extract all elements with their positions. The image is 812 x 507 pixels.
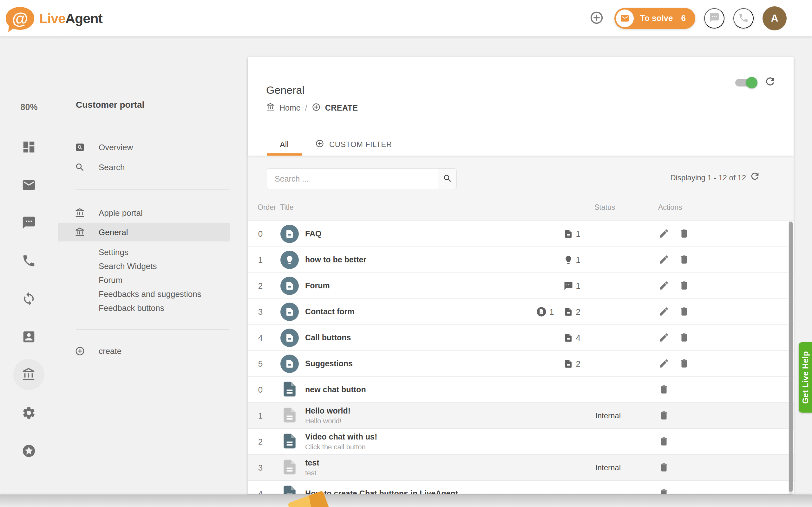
- row-order: 1: [251, 247, 270, 273]
- chats-button[interactable]: [704, 8, 724, 29]
- edit-button[interactable]: [658, 254, 670, 266]
- row-badges: 4: [564, 325, 580, 350]
- delete-button[interactable]: [658, 436, 670, 447]
- menu-item-overview[interactable]: Overview: [58, 138, 230, 157]
- refresh-icon: [764, 83, 776, 89]
- plus-circle-icon: [589, 10, 604, 26]
- rail-item-chats[interactable]: [21, 216, 36, 230]
- liveagent-logo[interactable]: @ LiveAgent: [6, 3, 102, 34]
- topbar-actions: To solve 6 A: [588, 0, 786, 37]
- menu-item-create[interactable]: create: [58, 342, 230, 360]
- menu-subitem-feedbacks[interactable]: Feedbacks and suggestions: [99, 289, 201, 299]
- menu-subitem-feedback-buttons[interactable]: Feedback buttons: [99, 303, 164, 313]
- row-type-icon: [280, 377, 299, 402]
- delete-button[interactable]: [678, 306, 690, 318]
- add-button[interactable]: [588, 9, 606, 27]
- edit-button[interactable]: [658, 228, 670, 239]
- get-live-help-button[interactable]: Get Live Help: [799, 342, 812, 412]
- breadcrumb-home[interactable]: Home: [280, 103, 301, 112]
- customer-portal-menu: Customer portal Overview Search Apple po…: [58, 37, 230, 507]
- table-row[interactable]: 3 Contact form 12: [248, 298, 794, 325]
- breadcrumb-separator: /: [305, 103, 307, 112]
- edit-button[interactable]: [658, 332, 670, 343]
- row-badges: 1: [564, 273, 580, 298]
- logo-bubble-icon: @: [6, 7, 34, 30]
- rail-item-tickets[interactable]: [21, 178, 36, 192]
- table-body: 0 FAQ 1 1 how to be better 1 2 Forum 1 3: [248, 221, 794, 494]
- panel-header: General Home / CREATE All CUSTOM FILTER: [248, 57, 794, 156]
- menu-item-apple-portal[interactable]: Apple portal: [58, 204, 230, 222]
- menu-subitem-settings[interactable]: Settings: [99, 247, 129, 257]
- rail-item-upgrade[interactable]: [21, 444, 36, 458]
- row-type-icon: [280, 299, 299, 325]
- delete-button[interactable]: [678, 280, 690, 291]
- logo-wordmark: LiveAgent: [39, 11, 102, 26]
- table-row[interactable]: 4 Call buttons 4: [248, 325, 794, 350]
- table-row[interactable]: 3 test test Internal: [248, 454, 794, 481]
- table-row[interactable]: 1 Hello world! Hello world! Internal: [248, 402, 794, 429]
- row-actions: [658, 299, 690, 325]
- to-solve-button[interactable]: To solve 6: [614, 8, 695, 29]
- icon-rail: 80%: [0, 37, 58, 507]
- portal-enabled-toggle[interactable]: [735, 79, 756, 87]
- table-row[interactable]: 2 Video chat with us! Click the call but…: [248, 429, 794, 454]
- table-row[interactable]: 1 how to be better 1: [248, 246, 794, 273]
- table-row[interactable]: 0 FAQ 1: [248, 221, 794, 246]
- breadcrumb-create[interactable]: CREATE: [325, 103, 358, 112]
- rail-item-customers[interactable]: [21, 330, 36, 344]
- row-actions: [658, 351, 690, 377]
- row-actions: [658, 481, 670, 494]
- rail-item-customer-portal[interactable]: [21, 367, 36, 382]
- row-order: 4: [251, 325, 270, 350]
- refresh-list-button[interactable]: [749, 171, 761, 182]
- table-row[interactable]: 2 Forum 1: [248, 273, 794, 298]
- avatar[interactable]: A: [763, 6, 786, 31]
- delete-button[interactable]: [678, 332, 690, 343]
- tab-custom-filter[interactable]: CUSTOM FILTER: [315, 133, 392, 156]
- bank-icon: [75, 227, 85, 237]
- plus-circle-icon: [75, 346, 85, 356]
- row-actions: [658, 247, 690, 273]
- rail-item-settings[interactable]: [21, 406, 36, 420]
- row-type-icon: [280, 455, 299, 481]
- row-title: Hello world!: [305, 406, 571, 415]
- delete-button[interactable]: [658, 384, 670, 395]
- table-row[interactable]: 4 How to create Chat buttons in LiveAgen…: [248, 481, 794, 494]
- table-row[interactable]: 5 Suggestions 2: [248, 350, 794, 377]
- delete-button[interactable]: [658, 462, 670, 473]
- calls-button[interactable]: [733, 8, 754, 29]
- column-order: Order: [258, 203, 276, 212]
- rail-item-calls[interactable]: [21, 253, 36, 268]
- delete-button[interactable]: [678, 228, 690, 239]
- scrollbar-thumb[interactable]: [789, 222, 793, 492]
- doc-count-badge: 4: [564, 333, 580, 343]
- doc-count-badge: 1: [564, 229, 580, 239]
- edit-button[interactable]: [658, 358, 670, 370]
- row-order: 5: [251, 351, 270, 377]
- table-row[interactable]: 0 new chat button: [248, 377, 794, 402]
- menu-item-search[interactable]: Search: [58, 158, 230, 176]
- delete-button[interactable]: [658, 410, 670, 421]
- plus-circle-icon: [315, 139, 324, 150]
- edit-button[interactable]: [658, 306, 670, 318]
- menu-subitem-forum[interactable]: Forum: [99, 275, 122, 285]
- document-circle-icon: [281, 329, 299, 347]
- search-input[interactable]: [267, 169, 438, 189]
- refresh-button[interactable]: [764, 75, 776, 88]
- active-tab-underline: [267, 153, 302, 156]
- tab-all[interactable]: All: [267, 133, 302, 156]
- delete-button[interactable]: [678, 254, 690, 266]
- menu-item-general[interactable]: General: [58, 223, 230, 241]
- rail-item-dashboard[interactable]: [21, 140, 36, 154]
- menu-subitem-search-widgets[interactable]: Search Widgets: [99, 262, 157, 271]
- delete-button[interactable]: [658, 488, 670, 494]
- doc-count-badge: 2: [564, 359, 580, 369]
- row-actions: [658, 273, 690, 298]
- usage-percent: 80%: [0, 102, 58, 112]
- rail-item-automation[interactable]: [21, 291, 36, 306]
- search-icon: [443, 174, 452, 184]
- vertical-scrollbar[interactable]: [789, 221, 793, 494]
- delete-button[interactable]: [678, 358, 690, 370]
- edit-button[interactable]: [658, 280, 670, 291]
- search-button[interactable]: [438, 169, 456, 189]
